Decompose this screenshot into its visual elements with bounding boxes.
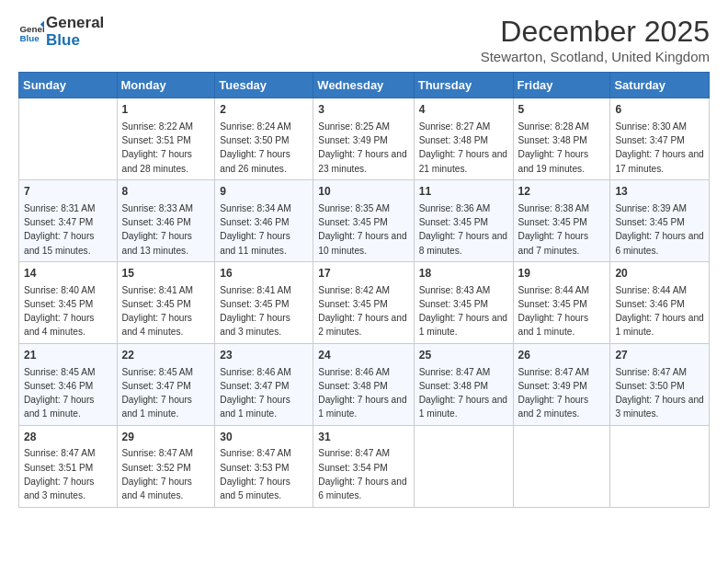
day-number: 15 xyxy=(122,266,210,282)
sunrise-text: Sunrise: 8:47 AMSunset: 3:49 PMDaylight:… xyxy=(518,367,590,419)
calendar-cell: 31Sunrise: 8:47 AMSunset: 3:54 PMDayligh… xyxy=(313,425,414,507)
day-number: 9 xyxy=(220,184,308,200)
calendar-cell: 17Sunrise: 8:42 AMSunset: 3:45 PMDayligh… xyxy=(313,261,414,343)
sunrise-text: Sunrise: 8:45 AMSunset: 3:46 PMDaylight:… xyxy=(24,367,96,419)
day-number: 29 xyxy=(122,430,210,445)
calendar-cell: 5Sunrise: 8:28 AMSunset: 3:48 PMDaylight… xyxy=(513,98,610,180)
sunrise-text: Sunrise: 8:47 AMSunset: 3:52 PMDaylight:… xyxy=(122,448,194,500)
sunrise-text: Sunrise: 8:42 AMSunset: 3:45 PMDaylight:… xyxy=(318,285,406,338)
calendar-cell: 6Sunrise: 8:30 AMSunset: 3:47 PMDaylight… xyxy=(610,98,710,180)
day-number: 7 xyxy=(24,184,112,200)
calendar-cell: 3Sunrise: 8:25 AMSunset: 3:49 PMDaylight… xyxy=(313,98,414,180)
calendar-cell: 28Sunrise: 8:47 AMSunset: 3:51 PMDayligh… xyxy=(19,425,118,507)
sunrise-text: Sunrise: 8:28 AMSunset: 3:48 PMDaylight:… xyxy=(518,121,590,174)
sunrise-text: Sunrise: 8:45 AMSunset: 3:47 PMDaylight:… xyxy=(122,367,194,419)
sunrise-text: Sunrise: 8:47 AMSunset: 3:54 PMDaylight:… xyxy=(318,448,406,500)
month-title: December 2025 xyxy=(481,15,710,49)
header-wednesday: Wednesday xyxy=(313,73,414,98)
calendar-header-row: SundayMondayTuesdayWednesdayThursdayFrid… xyxy=(19,73,710,98)
calendar-cell: 26Sunrise: 8:47 AMSunset: 3:49 PMDayligh… xyxy=(513,343,610,425)
calendar-cell xyxy=(513,425,610,507)
sunrise-text: Sunrise: 8:44 AMSunset: 3:46 PMDaylight:… xyxy=(615,285,703,338)
header-tuesday: Tuesday xyxy=(215,73,313,98)
calendar-cell: 13Sunrise: 8:39 AMSunset: 3:45 PMDayligh… xyxy=(610,179,710,261)
day-number: 12 xyxy=(518,184,606,200)
header-sunday: Sunday xyxy=(19,73,118,98)
calendar-week-row: 28Sunrise: 8:47 AMSunset: 3:51 PMDayligh… xyxy=(19,425,710,507)
calendar-cell: 23Sunrise: 8:46 AMSunset: 3:47 PMDayligh… xyxy=(215,343,313,425)
logo-line2: Blue xyxy=(46,32,104,50)
calendar-cell: 19Sunrise: 8:44 AMSunset: 3:45 PMDayligh… xyxy=(513,261,610,343)
logo: General Blue General Blue xyxy=(18,15,104,49)
calendar-cell: 11Sunrise: 8:36 AMSunset: 3:45 PMDayligh… xyxy=(414,179,513,261)
day-number: 17 xyxy=(318,266,408,282)
calendar-week-row: 21Sunrise: 8:45 AMSunset: 3:46 PMDayligh… xyxy=(19,343,710,425)
sunrise-text: Sunrise: 8:35 AMSunset: 3:45 PMDaylight:… xyxy=(318,203,406,256)
sunrise-text: Sunrise: 8:43 AMSunset: 3:45 PMDaylight:… xyxy=(419,285,507,338)
calendar-cell: 2Sunrise: 8:24 AMSunset: 3:50 PMDaylight… xyxy=(215,98,313,180)
svg-text:Blue: Blue xyxy=(19,32,40,42)
sunrise-text: Sunrise: 8:46 AMSunset: 3:48 PMDaylight:… xyxy=(318,367,406,419)
day-number: 28 xyxy=(24,430,112,445)
header-saturday: Saturday xyxy=(610,73,710,98)
calendar-cell: 27Sunrise: 8:47 AMSunset: 3:50 PMDayligh… xyxy=(610,343,710,425)
day-number: 25 xyxy=(419,348,508,363)
sunrise-text: Sunrise: 8:44 AMSunset: 3:45 PMDaylight:… xyxy=(518,285,590,338)
sunrise-text: Sunrise: 8:31 AMSunset: 3:47 PMDaylight:… xyxy=(24,203,96,256)
calendar-cell: 12Sunrise: 8:38 AMSunset: 3:45 PMDayligh… xyxy=(513,179,610,261)
calendar-cell: 25Sunrise: 8:47 AMSunset: 3:48 PMDayligh… xyxy=(414,343,513,425)
calendar-cell: 7Sunrise: 8:31 AMSunset: 3:47 PMDaylight… xyxy=(19,179,118,261)
sunrise-text: Sunrise: 8:41 AMSunset: 3:45 PMDaylight:… xyxy=(122,285,194,338)
day-number: 10 xyxy=(318,184,408,200)
day-number: 6 xyxy=(615,102,704,118)
calendar-cell: 30Sunrise: 8:47 AMSunset: 3:53 PMDayligh… xyxy=(215,425,313,507)
calendar-cell xyxy=(610,425,710,507)
day-number: 23 xyxy=(220,348,308,363)
calendar-cell: 24Sunrise: 8:46 AMSunset: 3:48 PMDayligh… xyxy=(313,343,414,425)
calendar-table: SundayMondayTuesdayWednesdayThursdayFrid… xyxy=(18,72,710,508)
day-number: 20 xyxy=(615,266,704,282)
day-number: 24 xyxy=(318,348,408,363)
sunrise-text: Sunrise: 8:47 AMSunset: 3:51 PMDaylight:… xyxy=(24,448,96,500)
calendar-cell: 21Sunrise: 8:45 AMSunset: 3:46 PMDayligh… xyxy=(19,343,118,425)
day-number: 13 xyxy=(615,184,704,200)
day-number: 14 xyxy=(24,266,112,282)
sunrise-text: Sunrise: 8:46 AMSunset: 3:47 PMDaylight:… xyxy=(220,367,291,419)
sunrise-text: Sunrise: 8:22 AMSunset: 3:51 PMDaylight:… xyxy=(122,121,194,174)
calendar-cell: 18Sunrise: 8:43 AMSunset: 3:45 PMDayligh… xyxy=(414,261,513,343)
day-number: 19 xyxy=(518,266,606,282)
calendar-cell: 1Sunrise: 8:22 AMSunset: 3:51 PMDaylight… xyxy=(117,98,215,180)
logo-line1: General xyxy=(46,15,104,32)
calendar-week-row: 14Sunrise: 8:40 AMSunset: 3:45 PMDayligh… xyxy=(19,261,710,343)
calendar-cell: 22Sunrise: 8:45 AMSunset: 3:47 PMDayligh… xyxy=(117,343,215,425)
day-number: 5 xyxy=(518,102,606,118)
day-number: 18 xyxy=(419,266,508,282)
calendar-cell: 14Sunrise: 8:40 AMSunset: 3:45 PMDayligh… xyxy=(19,261,118,343)
title-block: December 2025 Stewarton, Scotland, Unite… xyxy=(481,15,710,64)
sunrise-text: Sunrise: 8:27 AMSunset: 3:48 PMDaylight:… xyxy=(419,121,507,174)
day-number: 22 xyxy=(122,348,210,363)
calendar-cell xyxy=(414,425,513,507)
day-number: 4 xyxy=(419,102,508,118)
sunrise-text: Sunrise: 8:40 AMSunset: 3:45 PMDaylight:… xyxy=(24,285,96,338)
day-number: 30 xyxy=(220,430,308,445)
sunrise-text: Sunrise: 8:30 AMSunset: 3:47 PMDaylight:… xyxy=(615,121,703,174)
day-number: 3 xyxy=(318,102,408,118)
calendar-cell: 16Sunrise: 8:41 AMSunset: 3:45 PMDayligh… xyxy=(215,261,313,343)
calendar-week-row: 1Sunrise: 8:22 AMSunset: 3:51 PMDaylight… xyxy=(19,98,710,180)
calendar-cell xyxy=(19,98,118,180)
location: Stewarton, Scotland, United Kingdom xyxy=(481,49,710,64)
sunrise-text: Sunrise: 8:47 AMSunset: 3:53 PMDaylight:… xyxy=(220,448,291,500)
calendar-week-row: 7Sunrise: 8:31 AMSunset: 3:47 PMDaylight… xyxy=(19,179,710,261)
calendar-cell: 9Sunrise: 8:34 AMSunset: 3:46 PMDaylight… xyxy=(215,179,313,261)
sunrise-text: Sunrise: 8:36 AMSunset: 3:45 PMDaylight:… xyxy=(419,203,507,256)
header-friday: Friday xyxy=(513,73,610,98)
day-number: 31 xyxy=(318,430,408,445)
calendar-cell: 20Sunrise: 8:44 AMSunset: 3:46 PMDayligh… xyxy=(610,261,710,343)
sunrise-text: Sunrise: 8:38 AMSunset: 3:45 PMDaylight:… xyxy=(518,203,590,256)
calendar-cell: 4Sunrise: 8:27 AMSunset: 3:48 PMDaylight… xyxy=(414,98,513,180)
day-number: 1 xyxy=(122,102,210,118)
day-number: 11 xyxy=(419,184,508,200)
sunrise-text: Sunrise: 8:24 AMSunset: 3:50 PMDaylight:… xyxy=(220,121,291,174)
sunrise-text: Sunrise: 8:41 AMSunset: 3:45 PMDaylight:… xyxy=(220,285,291,338)
